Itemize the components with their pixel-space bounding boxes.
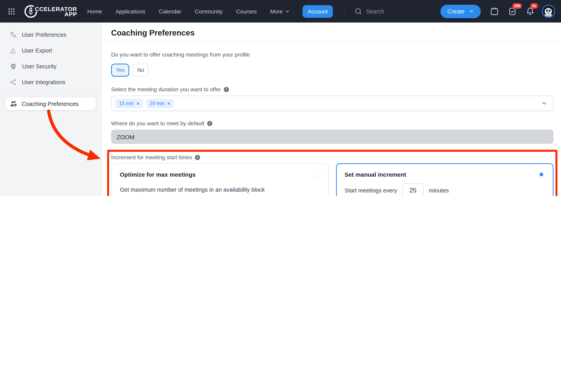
nav-item-applications[interactable]: Applications bbox=[115, 8, 145, 14]
manual-increment-option-card[interactable]: Set manual increment Start meetings ever… bbox=[336, 163, 553, 196]
avatar[interactable] bbox=[542, 5, 555, 18]
tasks-badge: 395 bbox=[512, 3, 522, 9]
optimize-radio[interactable] bbox=[313, 171, 320, 178]
location-label: Where do you want to meet by default i bbox=[111, 120, 553, 127]
sidebar-item-label: User Integrations bbox=[22, 79, 65, 85]
logo-text: CCELERATOR APP bbox=[35, 6, 77, 16]
duration-tag: 20 min × bbox=[146, 99, 173, 108]
page-title: Coaching Preferences bbox=[111, 28, 561, 38]
manual-increment-radio[interactable] bbox=[538, 171, 545, 178]
increment-label: Increment for meeting start times i bbox=[111, 154, 553, 161]
chevron-down-icon bbox=[469, 9, 474, 14]
nav-divider bbox=[344, 6, 344, 16]
search-input[interactable]: Search bbox=[355, 8, 384, 15]
calendar-icon[interactable] bbox=[490, 7, 499, 16]
no-button[interactable]: No bbox=[133, 64, 149, 77]
app-window: CCELERATOR APP Home Applications Calenda… bbox=[0, 0, 561, 196]
chevron-down-icon bbox=[541, 100, 548, 107]
page-header: Coaching Preferences bbox=[102, 22, 561, 42]
users-gear-icon bbox=[10, 100, 17, 107]
sidebar-item-label: User Preferences bbox=[22, 32, 66, 38]
sidebar-item-label: User Export bbox=[22, 47, 52, 54]
yes-button[interactable]: Yes bbox=[111, 64, 129, 77]
nav-item-calendar[interactable]: Calendar bbox=[159, 8, 181, 14]
search-placeholder: Search bbox=[366, 8, 384, 14]
close-icon[interactable]: × bbox=[137, 101, 139, 106]
sidebar-item-label: Coaching Preferences bbox=[22, 101, 78, 107]
create-button[interactable]: Create bbox=[441, 5, 481, 18]
sidebar-item-label: User Security bbox=[22, 63, 56, 70]
shield-check-icon bbox=[10, 63, 17, 70]
nav-item-courses[interactable]: Courses bbox=[236, 8, 257, 14]
close-icon[interactable]: × bbox=[167, 101, 170, 106]
chevron-down-icon bbox=[285, 9, 290, 14]
main-content: Coaching Preferences Do you want to offe… bbox=[102, 22, 561, 196]
manual-increment-title: Set manual increment bbox=[345, 171, 406, 178]
top-nav: CCELERATOR APP Home Applications Calenda… bbox=[0, 0, 561, 22]
default-location-select[interactable]: ZOOM bbox=[111, 130, 553, 144]
increment-minutes-input[interactable] bbox=[402, 183, 424, 196]
duration-tag: 15 min × bbox=[115, 99, 143, 108]
tasks-icon[interactable]: 395 bbox=[508, 7, 517, 16]
optimize-option-card[interactable]: Optimize for max meetings Get maximum nu… bbox=[111, 163, 329, 196]
bell-icon[interactable]: 41 bbox=[526, 7, 535, 16]
sidebar-item-user-export[interactable]: User Export bbox=[0, 43, 101, 58]
duration-label: Select the meeting duration you want to … bbox=[111, 86, 553, 93]
nav-item-community[interactable]: Community bbox=[195, 8, 223, 14]
info-icon[interactable]: i bbox=[207, 121, 212, 126]
settings-sidebar: User Preferences User Export User Securi… bbox=[0, 22, 102, 196]
optimize-title: Optimize for max meetings bbox=[120, 171, 195, 178]
search-icon bbox=[355, 8, 362, 15]
nav-links: Home Applications Calendar Community Cou… bbox=[87, 8, 290, 14]
duration-multiselect[interactable]: 15 min × 20 min × bbox=[111, 96, 553, 111]
translate-icon bbox=[10, 31, 17, 38]
info-icon[interactable]: i bbox=[224, 87, 229, 92]
sidebar-item-coaching-preferences[interactable]: Coaching Preferences bbox=[5, 97, 97, 111]
nav-item-home[interactable]: Home bbox=[87, 8, 102, 14]
download-icon bbox=[10, 47, 17, 54]
sidebar-item-user-integrations[interactable]: User Integrations bbox=[0, 74, 101, 90]
sidebar-divider bbox=[0, 93, 101, 93]
offer-question-label: Do you want to offer coaching meetings f… bbox=[111, 51, 553, 58]
offer-toggle: Yes No bbox=[111, 64, 553, 77]
sidebar-item-user-security[interactable]: User Security bbox=[0, 58, 101, 74]
notifications-badge: 41 bbox=[530, 3, 538, 9]
sidebar-item-user-preferences[interactable]: User Preferences bbox=[0, 27, 101, 43]
location-value: ZOOM bbox=[117, 133, 134, 140]
share-network-icon bbox=[10, 79, 17, 86]
manual-increment-suffix: minutes bbox=[429, 187, 449, 193]
optimize-description: Get maximum number of meetings in an ava… bbox=[120, 187, 320, 193]
logo[interactable]: CCELERATOR APP bbox=[24, 4, 77, 18]
nav-item-more[interactable]: More bbox=[270, 8, 290, 14]
info-icon[interactable]: i bbox=[195, 155, 200, 160]
manual-increment-prefix: Start meetings every bbox=[345, 187, 397, 193]
account-button[interactable]: Account bbox=[303, 5, 333, 18]
app-grid-icon[interactable] bbox=[8, 8, 15, 15]
